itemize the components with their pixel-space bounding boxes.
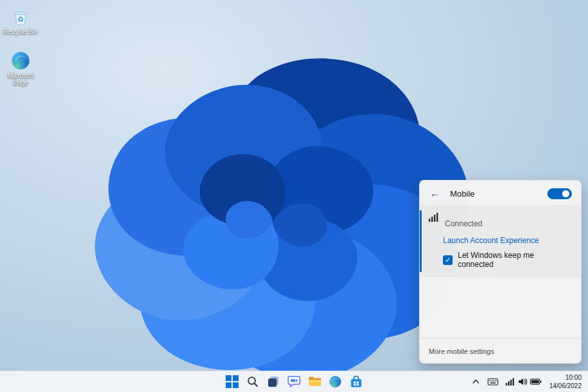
edge-icon	[329, 375, 342, 388]
clock-date: 14/06/2022	[549, 382, 582, 390]
tray-overflow-button[interactable]	[468, 373, 484, 391]
start-icon	[226, 375, 239, 388]
connection-status-row: Connected	[429, 211, 571, 228]
checkmark-glyph: ✓	[445, 257, 451, 264]
checkbox-label: Let Windows keep me connected	[458, 251, 571, 269]
task-view-button[interactable]	[264, 373, 283, 391]
edge-icon	[10, 50, 31, 71]
taskbar: 10:00 14/06/2022	[0, 371, 588, 392]
chat-button[interactable]	[284, 373, 304, 391]
edge-button[interactable]	[326, 373, 345, 391]
battery-icon	[530, 377, 542, 386]
search-icon	[247, 376, 259, 387]
chat-icon	[288, 375, 300, 388]
start-button[interactable]	[222, 373, 242, 391]
desktop-icon-label: Microsoft Edge	[3, 72, 39, 87]
more-mobile-settings-link[interactable]: More mobile settings	[429, 348, 495, 355]
connection-status: Connected	[445, 219, 482, 228]
launch-account-experience-link[interactable]: Launch Account Experience	[443, 236, 539, 245]
desktop-icon-microsoft-edge[interactable]: Microsoft Edge	[1, 49, 40, 88]
keyboard-icon	[487, 377, 498, 386]
desktop-icon-recycle-bin[interactable]: ♻ Recycle Bin	[1, 5, 40, 37]
mobile-toggle[interactable]	[547, 188, 572, 199]
desktop-icons: ♻ Recycle Bin Microsoft Edge	[1, 5, 40, 88]
task-view-icon	[267, 375, 280, 388]
cellular-signal-icon	[429, 212, 439, 222]
keep-connected-checkbox-row[interactable]: ✓ Let Windows keep me connected	[443, 251, 571, 269]
taskbar-center-icons	[222, 373, 366, 391]
taskbar-tray: 10:00 14/06/2022	[468, 373, 587, 391]
flyout-title: Mobile	[450, 189, 475, 199]
volume-icon	[518, 377, 527, 386]
clock[interactable]: 10:00 14/06/2022	[545, 373, 587, 391]
flyout-footer: More mobile settings	[420, 338, 581, 363]
network-signal-icon	[505, 377, 515, 386]
selection-accent-bar	[420, 210, 422, 272]
clock-time: 10:00	[565, 373, 582, 382]
file-explorer-button[interactable]	[305, 373, 324, 391]
search-button[interactable]	[243, 373, 262, 391]
flyout-header: ← Mobile	[420, 181, 581, 205]
chevron-up-icon	[471, 377, 480, 386]
wallpaper-bloom	[76, 46, 469, 377]
checkbox-checked-icon[interactable]: ✓	[443, 255, 453, 265]
back-arrow-icon: ←	[430, 188, 439, 199]
touch-keyboard-button[interactable]	[484, 373, 502, 391]
store-icon	[350, 375, 362, 388]
back-button[interactable]: ←	[426, 186, 443, 201]
desktop-icon-label: Recycle Bin	[4, 28, 38, 36]
toggle-knob	[562, 190, 569, 197]
svg-text:♻: ♻	[17, 15, 24, 23]
mobile-flyout: ← Mobile Connected Launch Account Experi…	[419, 180, 582, 364]
file-explorer-icon	[308, 376, 322, 387]
store-button[interactable]	[346, 373, 366, 391]
connection-card: Connected Launch Account Experience ✓ Le…	[420, 205, 581, 277]
system-status-button[interactable]	[502, 373, 545, 391]
recycle-bin-icon: ♻	[10, 6, 31, 27]
